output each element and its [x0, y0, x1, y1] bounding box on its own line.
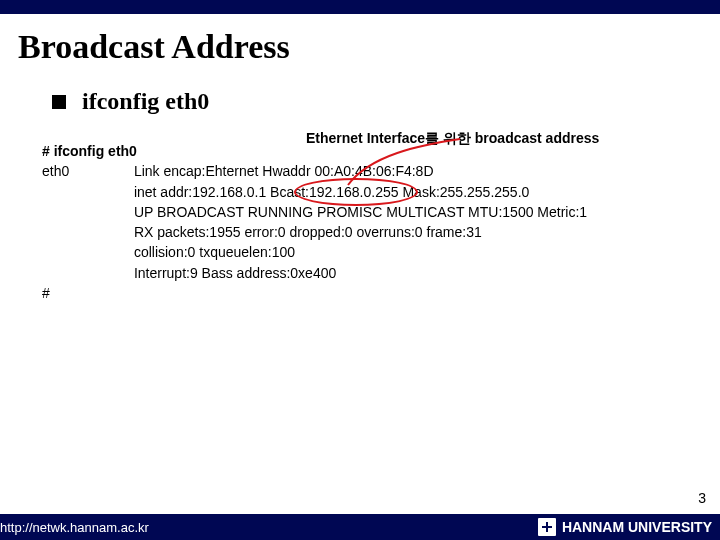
footer-url: http://netwk.hannam.ac.kr: [0, 520, 149, 535]
subheading-text: ifconfig eth0: [82, 88, 209, 115]
output-line: Interrupt:9 Bass address:0xe400: [134, 263, 587, 283]
slide-title: Broadcast Address: [0, 14, 720, 74]
highlight-ellipse-icon: [294, 178, 418, 206]
footer-org: HANNAM UNIVERSITY: [538, 518, 712, 536]
output-line: RX packets:1955 error:0 dropped:0 overru…: [134, 222, 587, 242]
top-accent-bar: [0, 0, 720, 14]
footer-org-text: HANNAM UNIVERSITY: [562, 519, 712, 535]
annotation-caption: Ethernet Interface를 위한 broadcast address: [306, 130, 599, 148]
bullet-square-icon: [52, 95, 66, 109]
subheading-row: ifconfig eth0: [0, 74, 720, 115]
prompt: #: [42, 283, 720, 303]
slide: Broadcast Address ifconfig eth0 Ethernet…: [0, 0, 720, 540]
output-line: collision:0 txqueuelen:100: [134, 242, 587, 262]
university-logo-icon: [538, 518, 556, 536]
footer-bar: http://netwk.hannam.ac.kr HANNAM UNIVERS…: [0, 514, 720, 540]
page-number: 3: [698, 490, 706, 506]
interface-name: eth0: [42, 161, 130, 181]
